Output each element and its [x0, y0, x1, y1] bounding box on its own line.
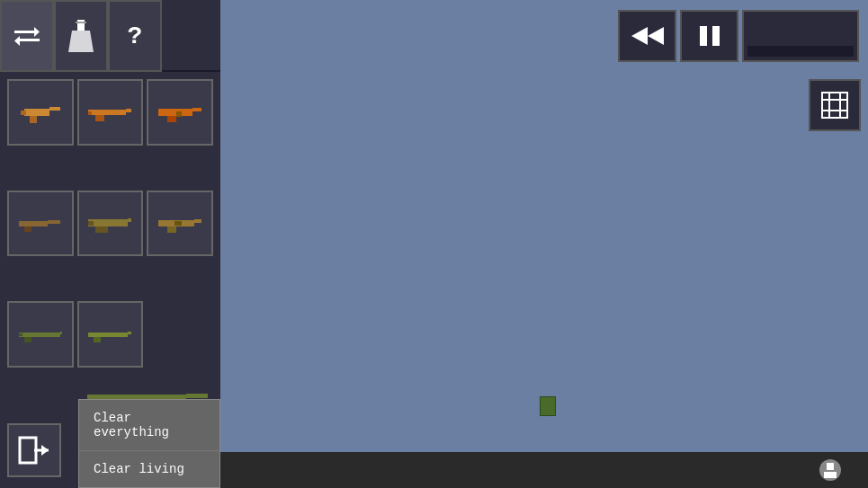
svg-marker-45 — [648, 27, 664, 45]
svg-rect-19 — [48, 220, 60, 224]
svg-rect-12 — [95, 115, 104, 121]
svg-rect-29 — [19, 333, 60, 337]
svg-rect-22 — [128, 218, 131, 222]
svg-rect-35 — [94, 337, 101, 342]
svg-rect-15 — [192, 108, 201, 111]
svg-rect-18 — [19, 221, 48, 226]
svg-rect-20 — [24, 226, 31, 232]
svg-rect-17 — [176, 111, 182, 117]
weapon-slot-1[interactable] — [7, 79, 74, 146]
svg-marker-44 — [631, 27, 648, 45]
weapon-slot-4[interactable] — [7, 191, 74, 257]
svg-rect-36 — [20, 438, 36, 463]
sidebar: ? — [0, 0, 220, 488]
weapon-slot-2[interactable] — [77, 79, 144, 146]
svg-rect-23 — [95, 226, 108, 233]
weapon-slot-8[interactable] — [77, 301, 144, 368]
svg-rect-32 — [19, 333, 22, 336]
svg-rect-7 — [49, 107, 60, 111]
svg-rect-43 — [824, 472, 837, 478]
svg-rect-30 — [60, 332, 62, 334]
weapon-grid — [0, 72, 220, 416]
svg-rect-16 — [167, 116, 176, 122]
top-right-controls — [609, 0, 868, 72]
svg-rect-6 — [24, 109, 49, 116]
progress-container — [742, 10, 859, 62]
svg-rect-27 — [167, 226, 176, 233]
game-object — [540, 396, 556, 416]
svg-rect-4 — [77, 20, 85, 31]
svg-rect-5 — [76, 22, 86, 23]
svg-rect-46 — [700, 26, 707, 46]
flask-button[interactable] — [54, 0, 108, 72]
svg-rect-11 — [126, 109, 131, 112]
clear-living-button[interactable]: Clear living — [79, 451, 219, 487]
bottom-right-icon — [819, 459, 841, 481]
svg-rect-0 — [14, 31, 34, 33]
svg-rect-2 — [20, 39, 40, 41]
svg-rect-13 — [88, 111, 92, 115]
svg-marker-1 — [34, 27, 40, 37]
swap-button[interactable] — [0, 0, 54, 72]
svg-rect-24 — [88, 221, 94, 226]
svg-rect-34 — [128, 332, 131, 334]
context-menu: Clear everything Clear living — [78, 399, 220, 488]
svg-rect-42 — [827, 463, 834, 470]
svg-rect-52 — [822, 93, 847, 118]
svg-rect-9 — [21, 111, 26, 115]
grid-toggle-button[interactable] — [809, 79, 861, 131]
clear-everything-button[interactable]: Clear everything — [79, 400, 219, 451]
svg-rect-40 — [186, 394, 208, 398]
svg-rect-26 — [194, 219, 201, 223]
question-mark-icon: ? — [128, 22, 143, 50]
svg-rect-10 — [88, 110, 126, 115]
weapon-slot-6[interactable] — [147, 191, 213, 257]
exit-button[interactable] — [7, 423, 61, 477]
weapon-slot-5[interactable] — [77, 191, 144, 257]
toolbar: ? — [0, 0, 220, 72]
svg-rect-31 — [24, 337, 31, 342]
pause-button[interactable] — [680, 10, 738, 62]
svg-marker-38 — [41, 445, 49, 456]
svg-rect-14 — [158, 109, 192, 116]
svg-rect-47 — [712, 26, 720, 46]
svg-marker-3 — [14, 36, 20, 46]
svg-rect-33 — [88, 333, 128, 337]
svg-rect-28 — [174, 221, 182, 226]
svg-rect-21 — [88, 219, 128, 226]
weapon-slot-3[interactable] — [147, 79, 213, 146]
help-button[interactable]: ? — [108, 0, 162, 72]
sidebar-bottom: Clear everything Clear living — [0, 416, 220, 488]
progress-bar — [747, 46, 854, 57]
svg-rect-8 — [30, 116, 37, 123]
weapon-slot-7[interactable] — [7, 301, 74, 368]
ground — [220, 452, 868, 488]
rewind-button[interactable] — [618, 10, 676, 62]
